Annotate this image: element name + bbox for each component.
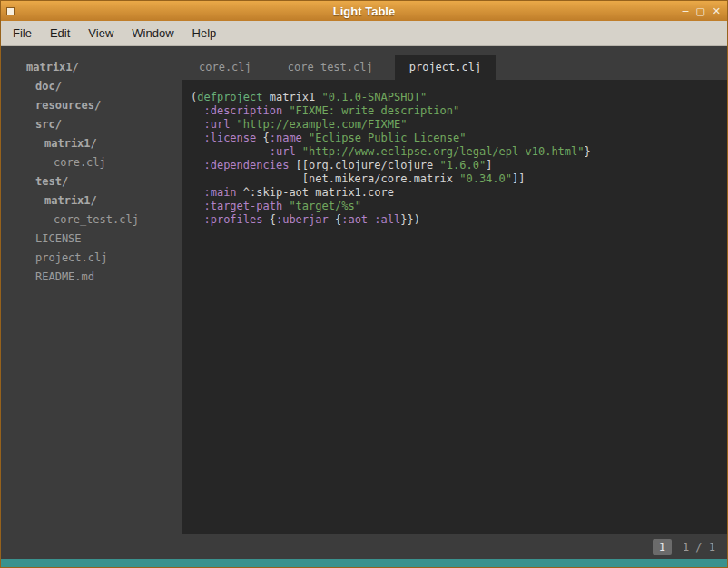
- code-line[interactable]: :main ^:skip-aot matrix1.core: [191, 186, 727, 200]
- tree-item-matrix1[interactable]: matrix1/: [1, 134, 182, 153]
- code-token: :url: [270, 145, 296, 158]
- code-line[interactable]: (defproject matrix1 "0.1.0-SNAPSHOT": [191, 91, 727, 104]
- code-line[interactable]: :dependencies [[org.clojure/clojure "1.6…: [191, 159, 727, 172]
- code-token: :url: [203, 118, 230, 131]
- code-token: "FIXME: write description": [289, 104, 459, 117]
- code-token: {: [262, 213, 275, 226]
- menu-item-window[interactable]: Window: [123, 22, 182, 44]
- code-token: [net.mikera/core.matrix: [191, 172, 459, 185]
- tree-item-doc[interactable]: doc/: [1, 77, 182, 96]
- bottom-status-strip: [1, 559, 727, 567]
- code-token: [191, 145, 270, 158]
- code-token: [191, 186, 203, 199]
- tree-item-project-clj[interactable]: project.clj: [1, 249, 182, 268]
- code-token: [191, 200, 203, 212]
- tree-item-test[interactable]: test/: [1, 172, 182, 191]
- code-token: :description: [203, 104, 282, 117]
- code-token: :name: [270, 132, 302, 144]
- code-line[interactable]: :license {:name "Eclipse Public License": [191, 132, 727, 145]
- tree-item-core-clj[interactable]: core.clj: [1, 153, 182, 172]
- code-line[interactable]: :target-path "target/%s": [191, 200, 727, 213]
- code-line[interactable]: :profiles {:uberjar {:aot :all}}): [191, 213, 727, 227]
- code-token: [302, 132, 309, 144]
- tree-item-license[interactable]: LICENSE: [1, 230, 182, 249]
- tab-core-test-clj[interactable]: core_test.clj: [273, 55, 388, 80]
- code-token: :main: [203, 186, 236, 199]
- app-window: Light Table ─ ▢ ✕ FileEditViewWindowHelp…: [0, 0, 728, 568]
- page-indicator[interactable]: 1: [653, 539, 672, 555]
- code-token: "0.34.0": [459, 172, 512, 185]
- code-token: [191, 132, 203, 144]
- code-line[interactable]: :url "http://example.com/FIXME": [191, 118, 727, 132]
- code-token: {: [256, 132, 269, 144]
- code-token: :profiles: [203, 213, 262, 226]
- minimize-icon[interactable]: ─: [683, 6, 689, 16]
- code-token: :target-path: [203, 200, 282, 212]
- window-title: Light Table: [1, 5, 727, 18]
- window-controls: ─ ▢ ✕: [683, 6, 721, 16]
- main-area: matrix1/doc/resources/src/matrix1/core.c…: [1, 46, 727, 534]
- code-token: "1.6.0": [440, 159, 487, 171]
- menubar: FileEditViewWindowHelp: [1, 21, 727, 46]
- maximize-icon[interactable]: ▢: [695, 6, 704, 16]
- titlebar[interactable]: Light Table ─ ▢ ✕: [1, 1, 727, 21]
- menu-item-view[interactable]: View: [79, 22, 123, 44]
- tree-item-src[interactable]: src/: [1, 115, 182, 134]
- close-icon[interactable]: ✕: [713, 6, 721, 16]
- code-token: :aot: [341, 213, 368, 226]
- code-token: :uberjar: [276, 213, 329, 226]
- tab-core-clj[interactable]: core.clj: [184, 55, 266, 80]
- menu-item-edit[interactable]: Edit: [41, 22, 79, 44]
- tab-project-clj[interactable]: project.clj: [395, 55, 496, 80]
- code-token: {: [329, 213, 341, 226]
- tree-item-readme-md[interactable]: README.md: [1, 268, 182, 287]
- code-line[interactable]: [net.mikera/core.matrix "0.34.0"]]: [191, 172, 727, 186]
- code-token: "http://example.com/FIXME": [237, 118, 408, 131]
- editor-column: core.cljcore_test.cljproject.clj (defpro…: [182, 46, 727, 534]
- code-token: :all: [374, 213, 400, 226]
- code-token: defproject: [197, 91, 262, 103]
- menu-item-help[interactable]: Help: [183, 22, 226, 44]
- code-token: :license: [203, 132, 256, 144]
- code-token: }: [585, 145, 591, 158]
- code-token: [191, 159, 203, 171]
- tabbar: core.cljcore_test.cljproject.clj: [182, 46, 727, 80]
- code-token: ]]: [512, 172, 525, 185]
- code-token: [191, 213, 203, 226]
- tree-item-matrix1[interactable]: matrix1/: [1, 191, 182, 211]
- statusbar: 1 1 / 1: [1, 534, 727, 559]
- code-editor[interactable]: (defproject matrix1 "0.1.0-SNAPSHOT" :de…: [182, 80, 727, 534]
- tree-item-resources[interactable]: resources/: [1, 96, 182, 115]
- code-line[interactable]: :url "http://www.eclipse.org/legal/epl-v…: [191, 145, 727, 159]
- page-count-label: 1 / 1: [683, 541, 715, 553]
- code-token: [[org.clojure/clojure: [289, 159, 439, 171]
- tree-item-matrix1[interactable]: matrix1/: [1, 58, 182, 77]
- code-token: [230, 118, 236, 131]
- code-token: [191, 104, 203, 117]
- menu-item-file[interactable]: File: [4, 22, 41, 44]
- code-line[interactable]: :description "FIXME: write description": [191, 104, 727, 118]
- code-token: "0.1.0-SNAPSHOT": [322, 91, 428, 103]
- code-token: "http://www.eclipse.org/legal/epl-v10.ht…: [302, 145, 585, 158]
- code-token: ^:skip-aot matrix1.core: [237, 186, 394, 199]
- tree-item-core-test-clj[interactable]: core_test.clj: [1, 211, 182, 230]
- code-token: ]: [486, 159, 492, 171]
- code-token: :dependencies: [203, 159, 289, 171]
- code-token: matrix1: [262, 91, 321, 103]
- file-tree: matrix1/doc/resources/src/matrix1/core.c…: [1, 46, 182, 534]
- code-token: }}): [400, 213, 420, 226]
- code-token: [296, 145, 302, 158]
- code-token: [191, 118, 203, 131]
- code-token: "Eclipse Public License": [309, 132, 466, 144]
- code-token: "target/%s": [289, 200, 360, 212]
